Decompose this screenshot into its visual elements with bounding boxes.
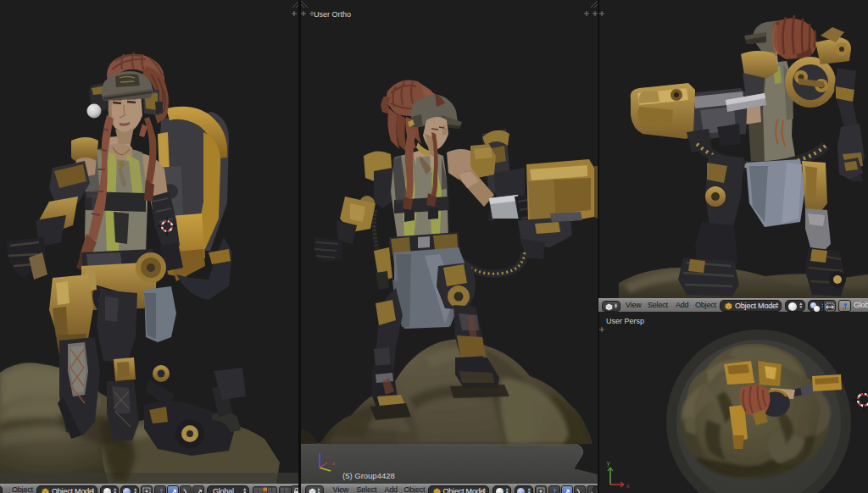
svg-text:x: x: [332, 461, 335, 466]
svg-text:x: x: [626, 483, 630, 489]
svg-text:y: y: [607, 460, 610, 467]
